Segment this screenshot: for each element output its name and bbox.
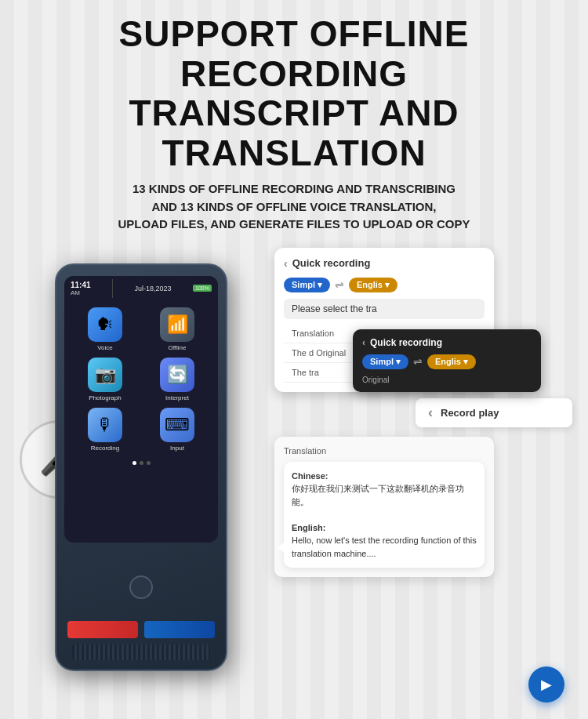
card1-header: ‹ Quick recording <box>284 257 485 270</box>
device-screen: 11:41 AM Jul-18,2023 100% 🗣 Voice <box>64 276 218 543</box>
app-input[interactable]: ⌨ Input <box>144 408 210 452</box>
dot-1 <box>132 461 136 465</box>
device-speaker <box>72 645 210 660</box>
quick-recording-popup: ‹ Quick recording Simpl ▾ ⇌ Englis ▾ Ori… <box>353 329 541 392</box>
chinese-section: Chinese: 你好现在我们来测试一下这款翻译机的录音功能。 <box>292 470 477 509</box>
card2-title: Quick recording <box>370 337 442 348</box>
screen-pagination <box>64 461 218 465</box>
record-play-card: ‹ Record play <box>416 398 572 427</box>
red-button[interactable] <box>67 621 138 638</box>
screen-date: Jul-18,2023 <box>135 285 172 292</box>
screen-divider <box>112 279 113 298</box>
lang-to-text: Englis <box>357 280 383 289</box>
bottom-buttons <box>67 621 215 638</box>
battery-indicator: 100% <box>193 285 212 292</box>
english-label: English: <box>292 523 325 532</box>
lang-dropdown-icon: ▾ <box>318 280 322 290</box>
app-input-icon: ⌨ <box>160 408 194 442</box>
dot-3 <box>147 461 151 465</box>
lang-from-text-2: Simpl <box>370 357 394 366</box>
lang-from-btn[interactable]: Simpl ▾ <box>284 278 330 292</box>
app-offline-label: Offline <box>169 344 187 351</box>
translation-result-card: Translation Chinese: 你好现在我们来测试一下这款翻译机的录音… <box>274 437 494 578</box>
app-grid: 🗣 Voice 📶 Offline 📷 Phot <box>64 301 218 458</box>
lang-from-text: Simpl <box>292 280 315 289</box>
subtitle-line2: AND 13 KINDS OF OFFLINE VOICE TRANSLATIO… <box>151 200 436 213</box>
app-offline-icon: 📶 <box>160 307 194 342</box>
device: 11:41 AM Jul-18,2023 100% 🗣 Voice <box>55 263 227 671</box>
main-title: SUPPORT OFFLINE RECORDING TRANSCRIPT AND… <box>16 14 572 172</box>
card2-header: ‹ Quick recording <box>362 337 532 348</box>
original-label: Original <box>362 376 532 384</box>
visual-area: 🎤 11:41 AM Jul-18,2023 100% <box>0 248 588 718</box>
chinese-label: Chinese: <box>292 471 328 481</box>
app-voice-label: Voice <box>97 344 113 351</box>
translation-header-text: Translation <box>284 446 326 456</box>
app-photograph[interactable]: 📷 Photograph <box>72 358 138 401</box>
app-recording-icon: 🎙 <box>88 408 122 442</box>
translation-bubble: Chinese: 你好现在我们来测试一下这款翻译机的录音功能。 English:… <box>284 462 485 568</box>
lang-to-text-2: Englis <box>435 357 461 366</box>
lang-from-btn-2[interactable]: Simpl ▾ <box>362 354 408 369</box>
app-recording[interactable]: 🎙 Recording <box>72 408 138 452</box>
dropdown-icon-2: ▾ <box>396 357 401 367</box>
lang-to-btn[interactable]: Englis ▾ <box>349 278 397 292</box>
app-input-label: Input <box>170 445 184 452</box>
record-play-title: Record play <box>441 407 499 419</box>
select-translation-text: Please select the tra <box>284 299 485 319</box>
lang-to-btn-2[interactable]: Englis ▾ <box>427 354 476 369</box>
title-line2: TRANSCRIPT AND TRANSLATION <box>129 93 459 173</box>
back-icon[interactable]: ‹ <box>284 257 288 270</box>
translation-label: Translation <box>284 446 485 456</box>
screen-time-area: 11:41 AM <box>71 281 91 296</box>
home-button[interactable] <box>129 576 153 599</box>
app-recording-label: Recording <box>91 445 119 452</box>
app-interpret-icon: 🔄 <box>160 358 194 392</box>
chinese-text: 你好现在我们来测试一下这款翻译机的录音功能。 <box>292 484 464 507</box>
app-photo-icon: 📷 <box>88 358 122 392</box>
screen-status-bar: 11:41 AM Jul-18,2023 100% <box>64 276 218 301</box>
lang-arrow-2: ⇌ <box>413 355 423 368</box>
english-section: English: Hello, now let's test the recor… <box>292 521 477 561</box>
subtitle-line3: UPLOAD FILES, AND GENERATE FILES TO UPLO… <box>118 217 470 231</box>
lang-row-1: Simpl ▾ ⇌ Englis ▾ <box>284 278 485 292</box>
ui-cards-container: ‹ Quick recording Simpl ▾ ⇌ Englis ▾ Ple… <box>274 248 572 578</box>
lang-to-dropdown-icon: ▾ <box>385 280 390 290</box>
app-interpret[interactable]: 🔄 Interpret <box>144 358 210 401</box>
app-voice-icon: 🗣 <box>88 307 122 342</box>
subtitle: 13 KINDS OF OFFLINE RECORDING AND TRANSC… <box>16 180 572 234</box>
dot-2 <box>140 461 143 465</box>
card1-title: Quick recording <box>292 257 371 269</box>
title-line1: SUPPORT OFFLINE RECORDING <box>119 13 470 94</box>
play-button[interactable]: ▶ <box>528 666 564 703</box>
play-icon: ▶ <box>541 676 552 693</box>
blue-button[interactable] <box>144 621 215 638</box>
screen-time: 11:41 <box>71 281 91 289</box>
dropdown-icon-to-2: ▾ <box>463 357 468 367</box>
lang-row-2: Simpl ▾ ⇌ Englis ▾ <box>362 354 532 369</box>
app-voice[interactable]: 🗣 Voice <box>72 307 138 351</box>
english-text: Hello, now let's test the recording func… <box>292 536 477 558</box>
record-play-back-icon[interactable]: ‹ <box>428 405 433 421</box>
subtitle-line1: 13 KINDS OF OFFLINE RECORDING AND TRANSC… <box>132 182 456 195</box>
app-photo-label: Photograph <box>89 394 121 401</box>
app-interpret-label: Interpret <box>165 394 189 401</box>
lang-arrow: ⇌ <box>335 278 344 291</box>
screen-period: AM <box>71 289 91 296</box>
card2-back-icon[interactable]: ‹ <box>362 337 365 348</box>
app-offline[interactable]: 📶 Offline <box>144 307 210 351</box>
